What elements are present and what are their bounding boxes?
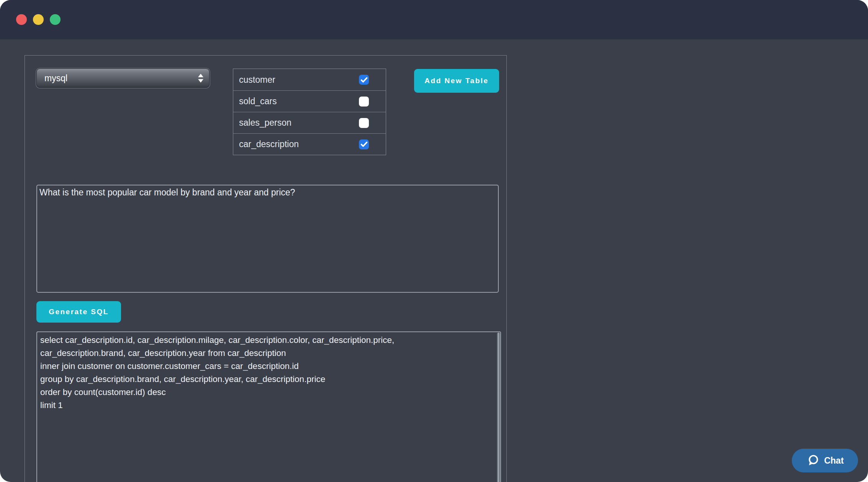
- table-row: sold_cars: [233, 90, 386, 112]
- add-new-table-button[interactable]: Add New Table: [414, 69, 499, 93]
- question-input[interactable]: What is the most popular car model by br…: [36, 185, 499, 293]
- select-updown-icon: [198, 74, 203, 83]
- main-content: mysql customersold_carssales_personcar_d…: [0, 39, 868, 482]
- sql-scrollbar[interactable]: [497, 333, 500, 482]
- table-checkbox[interactable]: [359, 75, 369, 85]
- zoom-button[interactable]: [50, 14, 61, 25]
- table-row: sales_person: [233, 112, 386, 133]
- table-row: car_description: [233, 133, 386, 155]
- app-window: mysql customersold_carssales_personcar_d…: [0, 0, 868, 482]
- database-select-value: mysql: [44, 73, 67, 84]
- table-row: customer: [233, 69, 386, 90]
- table-name-label: customer: [239, 75, 275, 85]
- chat-bubble-icon: [806, 454, 820, 467]
- titlebar: [0, 0, 868, 39]
- chat-button[interactable]: Chat: [792, 449, 858, 472]
- tables-list: customersold_carssales_personcar_descrip…: [233, 69, 386, 155]
- close-button[interactable]: [16, 14, 27, 25]
- table-name-label: car_description: [239, 139, 299, 149]
- table-checkbox[interactable]: [359, 97, 369, 107]
- query-panel: mysql customersold_carssales_personcar_d…: [25, 55, 507, 482]
- minimize-button[interactable]: [33, 14, 44, 25]
- database-select[interactable]: mysql: [36, 69, 210, 88]
- table-checkbox[interactable]: [359, 118, 369, 128]
- sql-output[interactable]: select car_description.id, car_descripti…: [36, 331, 501, 482]
- generate-sql-button[interactable]: Generate SQL: [36, 301, 121, 323]
- sql-output-container: select car_description.id, car_descripti…: [36, 331, 501, 482]
- chat-label: Chat: [824, 456, 843, 466]
- table-name-label: sold_cars: [239, 96, 277, 107]
- table-name-label: sales_person: [239, 118, 292, 128]
- table-checkbox[interactable]: [359, 139, 369, 149]
